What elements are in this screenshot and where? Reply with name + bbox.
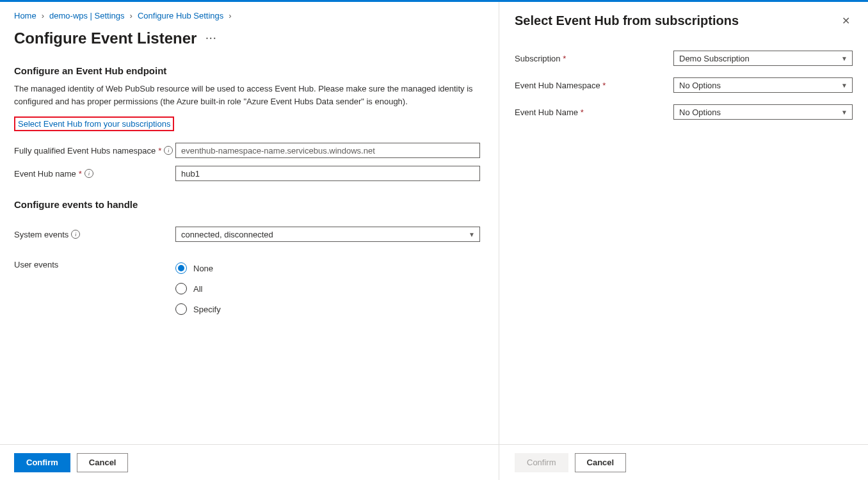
main-content: Home › demo-wps | Settings › Configure H…: [0, 2, 499, 480]
confirm-button[interactable]: Confirm: [14, 453, 70, 472]
side-panel: Select Event Hub from subscriptions ✕ Su…: [499, 2, 868, 480]
panel-name-label-text: Event Hub Name: [515, 108, 578, 117]
chevron-right-icon: ›: [229, 11, 231, 20]
panel-footer: Confirm Cancel: [499, 444, 868, 480]
user-events-label-text: User events: [14, 260, 58, 269]
user-events-radio-group: None All Specify: [175, 260, 221, 315]
breadcrumb-item-hub-settings[interactable]: Configure Hub Settings: [138, 11, 223, 20]
info-icon[interactable]: i: [164, 146, 173, 155]
panel-header: Select Event Hub from subscriptions ✕: [515, 13, 853, 29]
panel-cancel-button[interactable]: Cancel: [575, 453, 627, 472]
panel-title: Select Event Hub from subscriptions: [515, 13, 739, 28]
radio-specify-label: Specify: [193, 305, 221, 314]
highlight-box: Select Event Hub from your subscriptions: [14, 116, 174, 131]
system-events-select-wrap: connected, disconnected ▼: [175, 227, 480, 242]
panel-namespace-select[interactable]: No Options: [673, 77, 853, 93]
more-icon[interactable]: ···: [205, 33, 217, 44]
namespace-label: Fully qualified Event Hubs namespace * i: [14, 146, 175, 156]
namespace-label-text: Fully qualified Event Hubs namespace: [14, 146, 156, 156]
panel-name-row: Event Hub Name * No Options ▼: [515, 104, 853, 120]
panel-confirm-button: Confirm: [515, 453, 568, 472]
chevron-right-icon: ›: [42, 11, 44, 20]
required-asterisk: *: [563, 54, 566, 63]
radio-all[interactable]: All: [175, 283, 221, 294]
panel-namespace-label: Event Hub Namespace *: [515, 81, 673, 90]
breadcrumb-item-home[interactable]: Home: [14, 11, 36, 20]
namespace-row: Fully qualified Event Hubs namespace * i: [14, 143, 485, 158]
panel-name-select-wrap: No Options ▼: [673, 104, 853, 120]
system-events-label-text: System events: [14, 230, 68, 239]
user-events-row: User events None All Specify: [14, 260, 485, 315]
select-from-subscriptions-link[interactable]: Select Event Hub from your subscriptions: [18, 119, 170, 129]
panel-subscription-label: Subscription *: [515, 54, 673, 63]
panel-name-label: Event Hub Name *: [515, 108, 673, 117]
radio-none-label: None: [193, 264, 213, 273]
namespace-input[interactable]: [175, 143, 480, 158]
radio-none[interactable]: None: [175, 262, 221, 274]
page-title-text: Configure Event Listener: [14, 29, 197, 47]
required-asterisk: *: [79, 169, 82, 179]
endpoint-heading: Configure an Event Hub endpoint: [14, 65, 485, 76]
system-events-select[interactable]: connected, disconnected: [175, 227, 480, 242]
panel-subscription-select-wrap: Demo Subscription ▼: [673, 51, 853, 66]
radio-circle-icon: [175, 262, 187, 274]
system-events-row: System events i connected, disconnected …: [14, 227, 485, 242]
hubname-row: Event Hub name * i: [14, 166, 485, 181]
panel-subscription-label-text: Subscription: [515, 54, 561, 63]
radio-circle-icon: [175, 283, 187, 294]
required-asterisk: *: [602, 81, 606, 90]
info-icon[interactable]: i: [84, 169, 93, 178]
cancel-button[interactable]: Cancel: [77, 453, 129, 472]
breadcrumb: Home › demo-wps | Settings › Configure H…: [14, 11, 485, 20]
panel-subscription-select[interactable]: Demo Subscription: [673, 51, 853, 66]
radio-specify[interactable]: Specify: [175, 303, 221, 315]
panel-namespace-select-wrap: No Options ▼: [673, 77, 853, 93]
breadcrumb-item-resource[interactable]: demo-wps | Settings: [49, 11, 125, 20]
events-heading: Configure events to handle: [14, 199, 485, 210]
panel-namespace-label-text: Event Hub Namespace: [515, 81, 600, 90]
user-events-label: User events: [14, 260, 175, 269]
radio-circle-icon: [175, 303, 187, 315]
hubname-input[interactable]: [175, 166, 480, 181]
hubname-label: Event Hub name * i: [14, 169, 175, 179]
hubname-label-text: Event Hub name: [14, 169, 76, 179]
system-events-label: System events i: [14, 230, 175, 239]
info-icon[interactable]: i: [71, 230, 80, 239]
panel-namespace-row: Event Hub Namespace * No Options ▼: [515, 77, 853, 93]
close-icon[interactable]: ✕: [839, 13, 853, 29]
required-asterisk: *: [158, 146, 161, 156]
required-asterisk: *: [581, 108, 584, 117]
page-title: Configure Event Listener ···: [14, 29, 485, 47]
radio-all-label: All: [193, 284, 202, 294]
left-footer: Confirm Cancel: [0, 444, 499, 480]
panel-subscription-row: Subscription * Demo Subscription ▼: [515, 51, 853, 66]
panel-name-select[interactable]: No Options: [673, 104, 853, 120]
endpoint-description: The managed identity of Web PubSub resou…: [14, 83, 475, 108]
chevron-right-icon: ›: [130, 11, 133, 20]
